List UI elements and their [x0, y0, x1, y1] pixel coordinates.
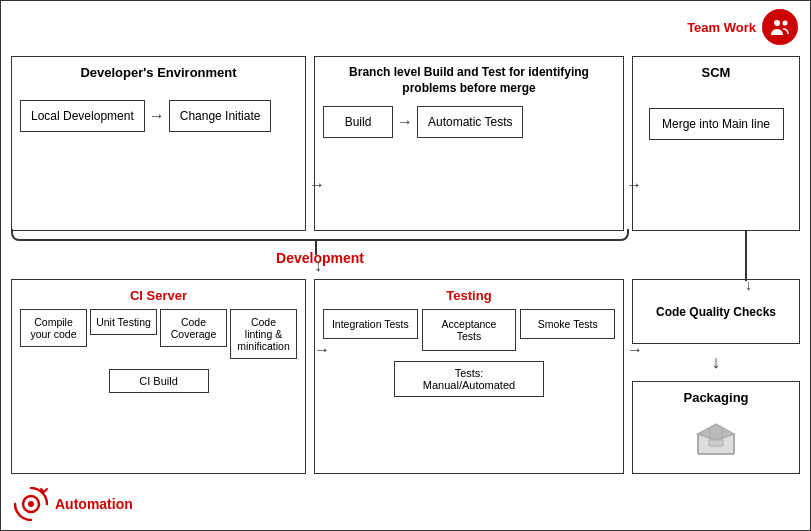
- integration-tests-box: Integration Tests: [323, 309, 418, 339]
- branch-title: Branch level Build and Test for identify…: [323, 65, 615, 96]
- bottom-section: CI Server Compile your code Unit Testing…: [11, 279, 800, 474]
- automation-icon: [13, 486, 49, 522]
- dev-down-arrow: ↓: [314, 257, 322, 275]
- local-dev-box: Local Development: [20, 100, 145, 132]
- package-icon: [696, 418, 736, 464]
- dev-env-box: Developer's Environment Local Developmen…: [11, 56, 306, 231]
- automation-label: Automation: [55, 496, 133, 512]
- branch-content: Build → Automatic Tests: [323, 106, 615, 138]
- top-section: Developer's Environment Local Developmen…: [11, 56, 800, 231]
- testing-to-cq-arrow: →: [627, 341, 643, 359]
- ci-server-box: CI Server Compile your code Unit Testing…: [11, 279, 306, 474]
- code-linting-box: Code linting & minification: [230, 309, 297, 359]
- team-work-label: Team Work: [687, 20, 756, 35]
- compile-box: Compile your code: [20, 309, 87, 347]
- manual-automated-area: Tests: Manual/Automated: [323, 361, 615, 397]
- scm-merge-box: Merge into Main line: [649, 108, 784, 140]
- arrow-dev-to-branch: →: [309, 176, 325, 194]
- dev-env-content: Local Development → Change Initiate: [20, 100, 297, 132]
- right-column: Code Quality Checks ↓ Packaging: [632, 279, 800, 474]
- ci-server-title: CI Server: [20, 288, 297, 303]
- unit-testing-box: Unit Testing: [90, 309, 157, 335]
- scm-box: SCM Merge into Main line: [632, 56, 800, 231]
- smoke-tests-box: Smoke Tests: [520, 309, 615, 339]
- ci-build-box: CI Build: [109, 369, 209, 393]
- svg-point-1: [783, 21, 788, 26]
- arrow-build-to-tests: →: [397, 113, 413, 131]
- change-initiate-box: Change Initiate: [169, 100, 272, 132]
- svg-point-0: [774, 20, 780, 26]
- brace-line: [11, 229, 629, 241]
- dev-env-title: Developer's Environment: [20, 65, 297, 80]
- main-container: Team Work Developer's Environment Local …: [0, 0, 811, 531]
- automatic-tests-box: Automatic Tests: [417, 106, 523, 138]
- packaging-box: Packaging: [632, 381, 800, 474]
- scm-vertical-line: [745, 231, 747, 281]
- arrow-branch-to-scm: →: [626, 176, 642, 194]
- arrow-local-to-change: →: [149, 107, 165, 125]
- svg-rect-6: [709, 440, 723, 446]
- code-quality-box: Code Quality Checks: [632, 279, 800, 344]
- scm-title: SCM: [702, 65, 731, 80]
- testing-title: Testing: [323, 288, 615, 303]
- automation-area: Automation: [13, 486, 133, 522]
- ci-server-content: Compile your code Unit Testing Code Cove…: [20, 309, 297, 359]
- testing-content: Integration Tests Acceptance Tests Smoke…: [323, 309, 615, 351]
- svg-point-8: [28, 501, 34, 507]
- team-work-area: Team Work: [687, 9, 798, 45]
- manual-automated-box: Tests: Manual/Automated: [394, 361, 544, 397]
- acceptance-tests-box: Acceptance Tests: [422, 309, 517, 351]
- ci-to-testing-arrow: →: [314, 341, 330, 359]
- packaging-label: Packaging: [683, 390, 748, 405]
- team-work-icon: [762, 9, 798, 45]
- branch-box: Branch level Build and Test for identify…: [314, 56, 624, 231]
- ci-build-area: CI Build: [20, 369, 297, 393]
- code-coverage-box: Code Coverage: [160, 309, 227, 347]
- build-box: Build: [323, 106, 393, 138]
- testing-box: Testing Integration Tests Acceptance Tes…: [314, 279, 624, 474]
- cq-to-packaging-arrow: ↓: [632, 352, 800, 373]
